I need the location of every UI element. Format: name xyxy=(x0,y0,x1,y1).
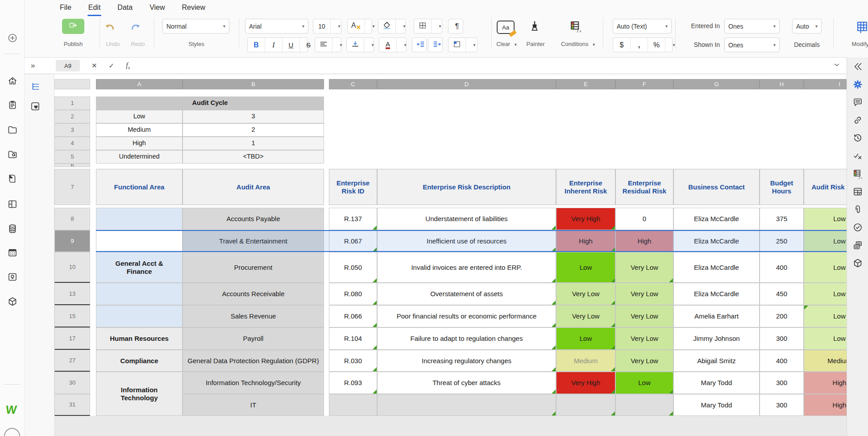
cell-D17[interactable]: Failure to adapt to regulation changes xyxy=(377,327,556,350)
cell-format-button[interactable]: ▾ xyxy=(448,38,478,52)
cell-E17[interactable]: Low xyxy=(556,327,615,350)
duplicates-button[interactable] xyxy=(852,240,864,252)
row-header-1[interactable]: 1 xyxy=(54,96,90,110)
row-header-6[interactable]: 6 xyxy=(54,164,90,167)
styles-dropdown[interactable]: Normal▾ xyxy=(162,19,229,34)
cell-G13[interactable]: Eliza McCardle xyxy=(673,283,760,305)
cell-D30[interactable]: Threat of cyber attacks xyxy=(377,372,556,394)
cell-H17[interactable]: 300 xyxy=(760,327,804,350)
cell-D10[interactable]: Invalid invoices are entered into ERP. xyxy=(377,252,556,283)
row-header-8[interactable]: 8 xyxy=(54,208,90,230)
cell-B7-header[interactable]: Audit Area xyxy=(183,169,324,205)
redo-button[interactable] xyxy=(130,22,141,36)
cell-A1-audit-cycle-title[interactable]: Audit Cycle xyxy=(96,96,324,110)
cell-F7-header[interactable]: Enterprise Residual Risk xyxy=(615,169,673,205)
cell-G30[interactable]: Mary Todd xyxy=(673,372,760,394)
column-header-A[interactable]: A xyxy=(96,79,183,89)
row-header-7[interactable]: 7 xyxy=(54,169,90,205)
cell-B10[interactable]: Procurement xyxy=(183,252,324,283)
cell-C17[interactable]: R.104 xyxy=(329,327,377,350)
cell-A30[interactable]: Information Technology xyxy=(96,372,183,416)
cell-B5[interactable]: <TBD> xyxy=(183,150,324,164)
percent-button[interactable]: % xyxy=(648,38,665,52)
home-button[interactable] xyxy=(7,76,18,88)
cancel-entry-icon[interactable]: ✕ xyxy=(91,62,97,70)
cell-B31[interactable]: IT xyxy=(183,394,324,416)
data-button[interactable] xyxy=(7,224,18,235)
menu-review[interactable]: Review xyxy=(180,3,207,14)
shared-folder-button[interactable] xyxy=(7,149,18,161)
tables-button[interactable] xyxy=(852,187,864,198)
cell-B17[interactable]: Payroll xyxy=(183,327,324,350)
cell-I30[interactable]: High xyxy=(804,372,847,394)
cell-I15[interactable]: Low xyxy=(804,305,847,327)
cell-B30[interactable]: Information Technology/Security xyxy=(183,372,324,394)
cell-A17[interactable]: Human Resources xyxy=(96,327,183,350)
entered-in-dropdown[interactable]: Ones▾ xyxy=(724,19,780,34)
row-header-4[interactable]: 4 xyxy=(54,137,90,150)
font-family-dropdown[interactable]: Arial▾ xyxy=(245,19,308,34)
insert-function-icon[interactable]: fx xyxy=(126,61,130,70)
attachments-button[interactable] xyxy=(852,205,864,216)
column-header-F[interactable]: F xyxy=(615,79,673,89)
row-header-31[interactable]: 31 xyxy=(54,394,90,416)
calendar-button[interactable] xyxy=(7,247,18,259)
outline-button[interactable] xyxy=(30,81,41,94)
font-size-dropdown[interactable]: 10 ▾ xyxy=(313,19,341,34)
column-header-I[interactable]: I xyxy=(804,79,847,89)
cell-C10[interactable]: R.050 xyxy=(329,252,377,283)
cell-A15[interactable] xyxy=(96,305,183,327)
cell-A8[interactable] xyxy=(96,208,183,230)
documents-button[interactable] xyxy=(7,100,18,112)
cell-H10[interactable]: 400 xyxy=(760,252,804,283)
menu-view[interactable]: View xyxy=(148,3,166,14)
cell-D13[interactable]: Overstatement of assets xyxy=(377,283,556,305)
cell-G17[interactable]: Jimmy Johnson xyxy=(673,327,760,350)
bold-button[interactable]: B xyxy=(248,38,265,52)
folders-button[interactable] xyxy=(7,125,18,136)
cell-I7-header[interactable]: Audit Risk Rating xyxy=(804,169,847,205)
cell-F27[interactable]: Very Low xyxy=(615,350,673,372)
cell-H27[interactable]: 400 xyxy=(760,350,804,372)
clear-format-button[interactable]: A✕ ▾ xyxy=(347,19,372,34)
cell-E30[interactable]: Very High xyxy=(556,372,615,394)
shown-in-dropdown[interactable]: Ones▾ xyxy=(724,38,780,52)
cell-B8[interactable]: Accounts Payable xyxy=(183,208,324,230)
collapse-button[interactable] xyxy=(852,62,864,73)
formula-input[interactable] xyxy=(130,58,833,74)
cell-F17[interactable]: Very Low xyxy=(615,327,673,350)
menu-edit[interactable]: Edit xyxy=(87,3,103,14)
cell-A4[interactable]: High xyxy=(96,137,183,150)
cell-B2[interactable]: 3 xyxy=(183,110,324,123)
column-header-G[interactable]: G xyxy=(673,79,760,89)
cell-I31[interactable]: High xyxy=(804,394,847,416)
cell-F13[interactable]: Very Low xyxy=(615,283,673,305)
row-header-3[interactable]: 3 xyxy=(54,123,90,137)
cell-I9[interactable]: Low xyxy=(804,230,847,252)
borders-button[interactable]: ▾ xyxy=(414,19,442,34)
conditions-panel-button[interactable]: fx xyxy=(852,169,864,180)
notebook-button[interactable] xyxy=(7,174,18,185)
cell-F9[interactable]: High xyxy=(615,230,673,252)
cell-H13[interactable]: 450 xyxy=(760,283,804,305)
cell-A9[interactable] xyxy=(96,230,183,252)
fill-color-button[interactable]: ▾ xyxy=(378,19,406,34)
cell-A27[interactable]: Compliance xyxy=(96,350,183,372)
cell-H30[interactable]: 300 xyxy=(760,372,804,394)
history-button[interactable] xyxy=(852,133,864,145)
settings-button[interactable] xyxy=(852,80,864,91)
indent-increase-button[interactable] xyxy=(428,38,443,52)
italic-button[interactable]: I xyxy=(265,38,282,52)
row-header-13[interactable]: 13 xyxy=(54,283,90,305)
approvals-button[interactable] xyxy=(852,222,864,234)
cell-C7-header[interactable]: Enterprise Risk ID xyxy=(329,169,377,205)
column-header-H[interactable]: H xyxy=(760,79,804,89)
cell-I17[interactable]: Low xyxy=(804,327,847,350)
cell-E15[interactable]: Very Low xyxy=(556,305,615,327)
column-header-C[interactable]: C xyxy=(329,79,377,89)
cell-B15[interactable]: Sales Revenue xyxy=(183,305,324,327)
currency-button[interactable]: $ xyxy=(613,38,631,52)
confirm-entry-icon[interactable]: ✓ xyxy=(109,62,115,70)
cell-E13[interactable]: Very Low xyxy=(556,283,615,305)
cell-D7-header[interactable]: Enterprise Risk Description xyxy=(377,169,556,205)
